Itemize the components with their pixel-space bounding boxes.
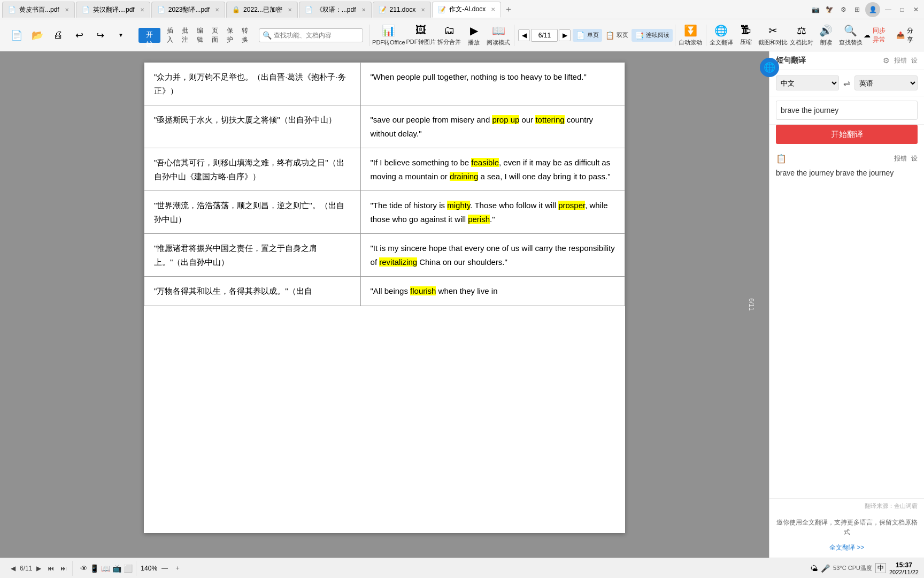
doc-compare-button[interactable]: ⚖ 文档比对 — [788, 22, 814, 49]
prev-page-status-btn[interactable]: ◀ — [9, 564, 18, 573]
prev-page-button[interactable]: ◀ — [518, 29, 530, 41]
tab-close-doc1[interactable]: ✕ — [421, 7, 425, 13]
protect-menu[interactable]: 保护 — [225, 22, 240, 49]
redo-dropdown[interactable]: ▼ — [111, 31, 131, 39]
convert-menu[interactable]: 转换 — [240, 22, 255, 49]
layout-status-icon[interactable]: ⬜ — [124, 564, 133, 573]
tab-close-pdf1[interactable]: ✕ — [65, 7, 69, 13]
tab-doc1[interactable]: 📝 211.docx ✕ — [373, 2, 432, 18]
full-trans-button[interactable]: 🌐 全文翻译 — [708, 22, 734, 49]
tab-icon-lock: 🔒 — [232, 6, 240, 13]
minimize-button[interactable]: — — [882, 4, 894, 16]
pdf-to-office-button[interactable]: 📊 PDF转Office — [372, 22, 405, 49]
lang-swap-button[interactable]: ⇌ — [842, 77, 851, 89]
panel-report-label[interactable]: 报错 — [894, 56, 907, 65]
full-trans-link[interactable]: 全文翻译 >> — [829, 544, 864, 551]
redo-button[interactable]: ↪ — [90, 28, 110, 42]
split-merge-button[interactable]: 🗂 拆分合并 — [436, 22, 462, 48]
search-box[interactable]: 🔍 — [259, 28, 363, 42]
zoom-minus-button[interactable]: — — [159, 564, 170, 573]
compress-button[interactable]: 🗜 压缩 — [734, 22, 758, 48]
copy-result-button[interactable]: 📋 — [776, 154, 787, 164]
mic-icon[interactable]: 🎤 — [821, 564, 830, 573]
maximize-button[interactable]: □ — [896, 4, 908, 16]
camera-icon[interactable]: 📷 — [810, 4, 821, 16]
english-cell-5: "It is my sincere hope that every one of… — [360, 234, 625, 277]
split-merge-label: 拆分合并 — [437, 38, 461, 46]
next-page-status-btn[interactable]: ▶ — [34, 564, 43, 573]
comment-menu[interactable]: 批注 — [180, 22, 195, 49]
tab-close-pdf3[interactable]: ✕ — [215, 7, 219, 13]
page-menu[interactable]: 页面 — [210, 22, 225, 49]
pdf-to-image-button[interactable]: 🖼 PDF转图片 — [405, 22, 436, 48]
last-page-status-btn[interactable]: ⏭ — [58, 564, 69, 573]
page-input[interactable] — [531, 29, 558, 42]
close-button[interactable]: ✕ — [910, 4, 922, 16]
insert-menu[interactable]: 插入 — [165, 22, 180, 49]
panel-settings-icon[interactable]: ⚙ — [883, 56, 890, 65]
panel-settings-label[interactable]: 设 — [911, 56, 918, 65]
start-button[interactable]: 开始 — [138, 28, 160, 43]
bird-icon[interactable]: 🦅 — [823, 4, 835, 16]
undo-button[interactable]: ↩ — [69, 28, 89, 42]
print-button[interactable]: 🖨 — [48, 28, 68, 42]
sync-group: ☁ 同步异常 — [864, 26, 892, 44]
eye-status-icon[interactable]: 👁 — [80, 564, 88, 573]
share-button[interactable]: 📤 分享 — [896, 26, 915, 44]
book-status-icon[interactable]: 📖 — [101, 564, 110, 573]
translate-button[interactable]: 开始翻译 — [776, 125, 918, 144]
screen-status-icon[interactable]: 📺 — [112, 564, 121, 573]
tab-pdf4[interactable]: 🔒 2022...已加密 ✕ — [226, 2, 298, 18]
tab-close-doc2[interactable]: ✕ — [491, 6, 495, 12]
highlight-perish: perish — [468, 215, 490, 224]
quick-access-group: 📄 📂 🖨 ↩ ↪ ▼ — [3, 22, 134, 49]
open-file-button[interactable]: 📂 — [27, 28, 48, 42]
translate-panel-icon[interactable]: 🌐 — [760, 58, 779, 77]
zoom-plus-button[interactable]: ＋ — [172, 562, 183, 574]
settings-icon[interactable]: ⚙ — [837, 4, 849, 16]
clock[interactable]: 15:37 2022/11/22 — [889, 561, 919, 575]
tab-doc2[interactable]: 📝 作文-AI.docx ✕ — [432, 2, 501, 18]
highlight-draining: draining — [450, 172, 478, 181]
full-trans-link-area: 全文翻译 >> — [769, 541, 924, 558]
read-mode-button[interactable]: 📖 阅读模式 — [486, 22, 511, 49]
lang-label[interactable]: 中 — [875, 563, 886, 573]
new-file-button[interactable]: 📄 — [6, 28, 27, 42]
next-page-button[interactable]: ▶ — [559, 29, 571, 41]
find-replace-button[interactable]: 🔍 查找替换 — [838, 22, 864, 49]
tab-icon-pdf1: 📄 — [8, 6, 16, 13]
user-avatar[interactable]: 👤 — [865, 2, 880, 17]
english-text-4d: ." — [490, 215, 495, 224]
auto-scroll-button[interactable]: ⏬ 自动滚动 — [677, 22, 703, 49]
tab-pdf3[interactable]: 📄 2023翻译...pdf ✕ — [151, 2, 225, 18]
result-area: 📋 报错 设 brave the journey brave the journ… — [769, 149, 924, 498]
tab-close-pdf4[interactable]: ✕ — [288, 7, 292, 13]
read-aloud-label: 朗读 — [820, 39, 832, 47]
edit-menu[interactable]: 编辑 — [195, 22, 210, 49]
new-tab-button[interactable]: ＋ — [502, 3, 515, 16]
continuous-button[interactable]: 📑 连续阅读 — [632, 29, 673, 42]
screenshot-button[interactable]: ✂ 截图和对比 — [758, 22, 789, 49]
result-report-label[interactable]: 报错 — [894, 154, 907, 163]
translation-input[interactable] — [776, 101, 918, 120]
tab-close-pdf2[interactable]: ✕ — [140, 7, 144, 13]
tab-pdf1[interactable]: 📄 黄皮书百...pdf ✕ — [2, 2, 75, 18]
tab-close-pdf5[interactable]: ✕ — [361, 7, 366, 13]
tab-pdf2[interactable]: 📄 英汉翻译....pdf ✕ — [76, 2, 150, 18]
search-input[interactable] — [274, 32, 359, 39]
highlight-tottering: tottering — [535, 115, 564, 124]
first-page-status-btn[interactable]: ⏮ — [45, 564, 56, 573]
doc-scroll[interactable]: "众力并，则万钧不足举也。（出自晋·葛洪《抱朴子·务正》） "When peop… — [0, 51, 769, 558]
read-aloud-button[interactable]: 🔊 朗读 — [814, 22, 838, 49]
tab-label-pdf3: 2023翻译...pdf — [168, 5, 210, 14]
mobile-status-icon[interactable]: 📱 — [90, 564, 99, 573]
double-page-button[interactable]: 📋 双页 — [602, 29, 632, 42]
source-lang-select[interactable]: 中文 — [776, 75, 839, 90]
play-button[interactable]: ▶ 播放 — [462, 22, 486, 49]
target-lang-select[interactable]: 英语 — [854, 75, 918, 90]
result-settings-label[interactable]: 设 — [911, 154, 918, 163]
tab-pdf5[interactable]: 📄 《双语：...pdf ✕ — [299, 2, 372, 18]
continuous-label: 连续阅读 — [646, 31, 669, 39]
single-page-button[interactable]: 📄 单页 — [573, 29, 602, 42]
layout-icon[interactable]: ⊞ — [851, 4, 863, 16]
